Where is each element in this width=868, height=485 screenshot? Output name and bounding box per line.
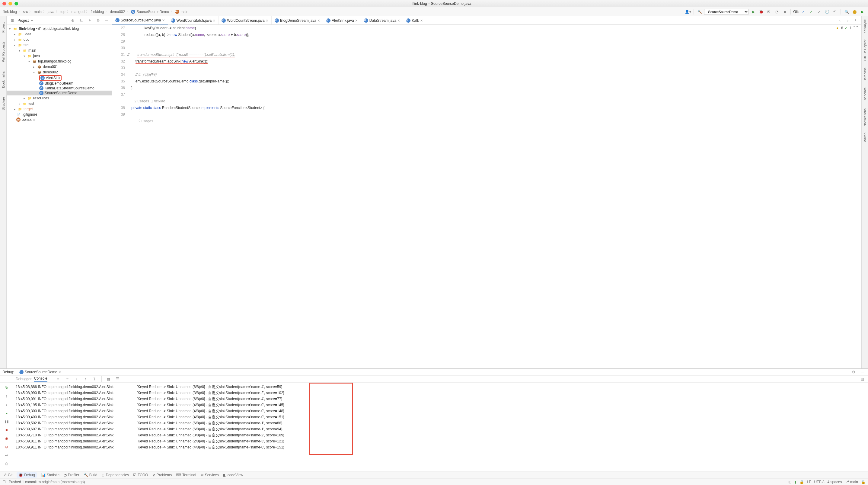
step-out-icon[interactable]: ↑ [82, 376, 89, 382]
console-output[interactable]: 18:45:08,886 INFO top.mangod.flinkblog.d… [13, 382, 868, 476]
copilot-icon[interactable]: ⬤ [851, 8, 858, 15]
stop-icon[interactable]: ■ [781, 8, 788, 15]
run-to-cursor-icon[interactable]: ⤵ [91, 376, 98, 382]
project-tree[interactable]: ▾📁flink-blog ~/Project/bigdata/flink-blo… [7, 25, 112, 368]
step-bar-icon[interactable]: ≡ [55, 376, 62, 382]
file-encoding[interactable]: UTF-8 [814, 480, 825, 484]
lock-icon[interactable]: 🔒 [800, 480, 804, 484]
debug-config-name[interactable]: SourceSourceDemo [25, 370, 57, 374]
git-push-icon[interactable]: ↗ [816, 8, 823, 15]
close-tab-icon[interactable]: × [355, 18, 358, 23]
coverage-icon[interactable]: ⛨ [766, 8, 772, 15]
close-tab-icon[interactable]: × [162, 18, 164, 23]
trace-icon[interactable]: ☰ [114, 376, 121, 382]
tabs-prev-icon[interactable]: ‹ [837, 17, 843, 24]
scroll-down-icon[interactable]: ↓ [3, 401, 10, 408]
tab-SourceSourceDemo.java[interactable]: CSourceSourceDemo.java× [112, 16, 168, 25]
editor-tabs[interactable]: CSourceSourceDemo.java×CWordCountBatch.j… [112, 16, 861, 25]
indexing-icon[interactable]: ⊞ [788, 480, 791, 484]
inspections-ok-icon[interactable]: ✓ [845, 26, 848, 30]
step-over-icon[interactable]: ↷ [64, 376, 71, 382]
stripe-Endpoints[interactable]: Endpoints [863, 88, 867, 103]
git-revert-icon[interactable]: ↶ [832, 8, 838, 15]
tab-BlogDemoStream.java[interactable]: CBlogDemoStream.java× [272, 16, 323, 25]
stop-icon[interactable]: ■ [3, 427, 10, 433]
stripe-Notifications[interactable]: Notifications [863, 108, 867, 126]
stripe-Kafkalytic[interactable]: Kafkalytic [863, 19, 867, 33]
run-config-select[interactable]: SourceSourceDemo [704, 9, 749, 15]
hide-icon[interactable]: — [103, 18, 110, 24]
rerun-icon[interactable]: ↻ [3, 384, 10, 391]
crumb-java[interactable]: java [48, 10, 54, 14]
profile-icon[interactable]: ◔ [774, 8, 780, 15]
resume-icon[interactable]: ▸ [3, 410, 10, 417]
stripe-GitHub Copilot[interactable]: GitHub Copilot [863, 39, 867, 61]
minimize-window[interactable] [8, 2, 12, 5]
close-tab-icon[interactable]: × [317, 18, 320, 23]
debugger-tab[interactable]: Debugger [16, 377, 32, 381]
close-tab-icon[interactable]: × [420, 18, 423, 23]
collapse-icon[interactable]: ÷ [87, 18, 93, 24]
debug-hide-icon[interactable]: — [860, 369, 866, 375]
mute-breakpoints-icon[interactable]: ⊘ [3, 444, 10, 450]
crumb-top[interactable]: top [60, 10, 65, 14]
close-tab-icon[interactable]: × [398, 18, 400, 23]
tab-WordCountBatch.java[interactable]: CWordCountBatch.java× [168, 16, 219, 25]
tab-DataStream.java[interactable]: CDataStream.java× [361, 16, 404, 25]
print-icon[interactable]: ⎙ [3, 460, 10, 467]
crumb-SourceSourceDemo[interactable]: SourceSourceDemo [136, 10, 169, 14]
crumb-demo002[interactable]: demo002 [110, 10, 125, 14]
locate-icon[interactable]: ⊕ [70, 18, 76, 24]
evaluate-icon[interactable]: ▦ [105, 376, 112, 382]
stripe-Bookmarks[interactable]: Bookmarks [1, 71, 5, 88]
stripe-Project[interactable]: Project [1, 22, 5, 33]
git-branch[interactable]: ⎇ main [845, 480, 858, 484]
crumb-main[interactable]: main [34, 10, 42, 14]
expand-icon[interactable]: ⇆ [78, 18, 84, 24]
close-tab-icon[interactable]: × [213, 18, 215, 23]
tabs-menu-icon[interactable]: ⋮ [852, 17, 859, 24]
stripe-Pull Requests[interactable]: Pull Requests [1, 42, 5, 62]
run-icon[interactable]: ▶ [750, 8, 756, 15]
warnings-icon[interactable]: ▲ [836, 26, 839, 30]
step-into-icon[interactable]: ↓ [73, 376, 80, 382]
crumb-flinkblog[interactable]: flinkblog [91, 10, 104, 14]
crumb-main[interactable]: main [181, 10, 188, 14]
indent-widget[interactable]: 4 spaces [828, 480, 842, 484]
project-view-icon[interactable]: ▦ [9, 18, 15, 24]
pause-icon[interactable]: ▮▮ [3, 418, 10, 425]
breadcrumb[interactable]: flink-blog〉src〉main〉java〉top〉mangod〉flin… [2, 9, 683, 14]
window-controls[interactable] [2, 2, 18, 5]
crumb-src[interactable]: src [23, 10, 28, 14]
crumb-flink-blog[interactable]: flink-blog [2, 10, 17, 14]
event-log-icon[interactable]: ☐ [2, 480, 6, 484]
lock-status-icon[interactable]: 🔓 [861, 480, 866, 484]
tabs-next-icon[interactable]: › [844, 17, 851, 24]
console-tab[interactable]: Console [34, 376, 48, 382]
debug-icon[interactable]: 🐞 [758, 8, 765, 15]
tool-git[interactable]: ⎇Git [2, 473, 12, 477]
close-window[interactable] [2, 2, 6, 5]
stripe-Structure[interactable]: Structure [1, 97, 5, 111]
git-update-icon[interactable]: ✓ [800, 8, 807, 15]
chevron-up-icon[interactable]: ˆ [854, 26, 855, 30]
maximize-window[interactable] [14, 2, 18, 5]
tab-AlertSink.java[interactable]: CAlertSink.java× [323, 16, 361, 25]
debug-gear-icon[interactable]: ⚙ [850, 369, 857, 375]
line-separator[interactable]: LF [807, 480, 811, 484]
scroll-up-icon[interactable]: ↑ [3, 393, 10, 400]
soft-wrap-icon[interactable]: ↩ [3, 452, 10, 459]
build-icon[interactable]: 🔨 [696, 8, 703, 15]
user-icon[interactable]: 👤▾ [684, 8, 691, 15]
ide-update-icon[interactable]: ▶ [859, 8, 866, 15]
crumb-mangod[interactable]: mangod [71, 10, 85, 14]
close-debug-tab-icon[interactable]: × [59, 370, 61, 374]
chevron-down-icon[interactable]: ˇ [857, 26, 858, 30]
git-commit-icon[interactable]: ✓ [808, 8, 814, 15]
close-tab-icon[interactable]: × [266, 18, 268, 23]
memory-icon[interactable]: ▮ [794, 480, 797, 484]
tab-Kafk[interactable]: CKafk× [403, 16, 426, 25]
stripe-Database[interactable]: Database [863, 67, 867, 82]
search-icon[interactable]: 🔍 [843, 8, 850, 15]
layout-icon[interactable]: ▥ [859, 376, 866, 382]
